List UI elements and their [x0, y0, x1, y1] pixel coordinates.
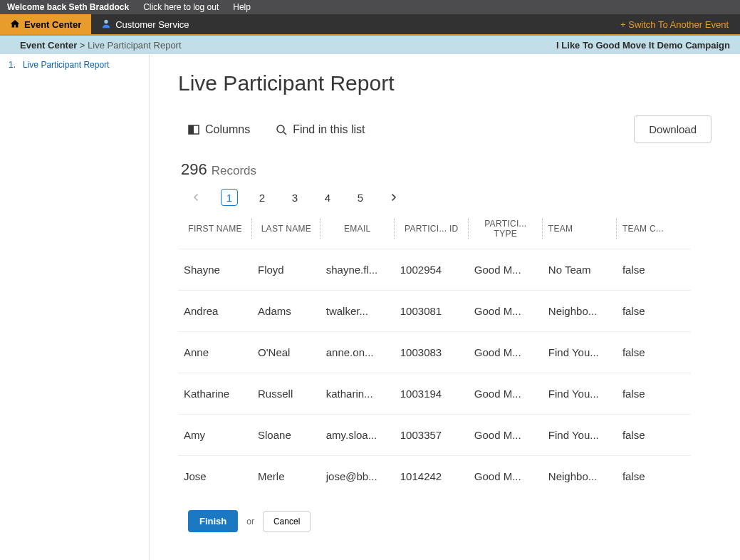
- cell-ptype: Good M...: [469, 332, 543, 373]
- pager-page-2[interactable]: 2: [254, 189, 271, 206]
- top-bar: Welcome back Seth Braddock Click here to…: [0, 0, 740, 14]
- cell-pid: 1014242: [395, 456, 469, 497]
- nav-bar: Event Center Customer Service + Switch T…: [0, 14, 740, 36]
- cell-team: Find You...: [543, 373, 617, 415]
- main-panel: Live Participant Report Columns Find in …: [150, 54, 740, 560]
- participants-table: FIRST NAME LAST NAME EMAIL PARTICI... ID…: [178, 216, 691, 497]
- search-icon: [276, 124, 287, 135]
- cell-team: No Team: [543, 249, 617, 291]
- table-row[interactable]: KatharineRussellkatharin...1003194Good M…: [178, 373, 691, 415]
- cell-team: Find You...: [543, 332, 617, 373]
- cell-pid: 1002954: [395, 249, 469, 291]
- breadcrumb: Event Center > Live Participant Report I…: [0, 36, 740, 54]
- pager: 1 2 3 4 5: [178, 189, 712, 206]
- pager-page-5[interactable]: 5: [352, 189, 369, 206]
- switch-event-label: + Switch To Another Event: [620, 19, 729, 30]
- columns-button[interactable]: Columns: [188, 123, 250, 136]
- cell-last: O'Neal: [252, 332, 321, 373]
- pager-page-3[interactable]: 3: [286, 189, 303, 206]
- columns-label: Columns: [205, 123, 250, 136]
- columns-icon: [188, 124, 199, 135]
- sidebar-item-live-report[interactable]: 1. Live Participant Report: [6, 58, 143, 71]
- cell-last: Sloane: [252, 415, 321, 456]
- col-participant-type[interactable]: PARTICI... TYPE: [469, 216, 543, 249]
- nav-event-center-label: Event Center: [24, 19, 81, 30]
- cancel-button[interactable]: Cancel: [263, 511, 311, 532]
- pager-page-4[interactable]: 4: [319, 189, 336, 206]
- cell-tc: false: [617, 332, 691, 373]
- svg-rect-2: [189, 125, 194, 134]
- cell-ptype: Good M...: [469, 291, 543, 332]
- svg-point-0: [105, 19, 108, 23]
- cell-first: Amy: [178, 415, 252, 456]
- cell-tc: false: [617, 456, 691, 497]
- campaign-name: I Like To Good Move It Demo Campaign: [556, 40, 730, 51]
- find-label: Find in this list: [293, 123, 365, 136]
- cell-tc: false: [617, 249, 691, 291]
- cell-last: Russell: [252, 373, 321, 415]
- cell-email: shayne.fl...: [321, 249, 395, 291]
- user-icon: [101, 19, 111, 31]
- cell-team: Find You...: [543, 415, 617, 456]
- col-email[interactable]: EMAIL: [321, 216, 395, 249]
- sidebar-item-number: 1.: [9, 60, 16, 70]
- col-last-name[interactable]: LAST NAME: [252, 216, 321, 249]
- nav-customer-service[interactable]: Customer Service: [91, 14, 199, 34]
- cell-first: Anne: [178, 332, 252, 373]
- table-row[interactable]: AndreaAdamstwalker...1003081Good M...Nei…: [178, 291, 691, 332]
- crumb-root[interactable]: Event Center: [20, 40, 77, 51]
- col-first-name[interactable]: FIRST NAME: [178, 216, 252, 249]
- records-count: 296: [181, 160, 207, 179]
- switch-event-link[interactable]: + Switch To Another Event: [620, 14, 740, 34]
- col-team-captain[interactable]: TEAM C...: [617, 216, 691, 249]
- cell-pid: 1003194: [395, 373, 469, 415]
- cell-pid: 1003357: [395, 415, 469, 456]
- table-row[interactable]: ShayneFloydshayne.fl...1002954Good M...N…: [178, 249, 691, 291]
- logout-link[interactable]: Click here to log out: [143, 2, 219, 12]
- svg-point-3: [277, 125, 284, 133]
- cell-team: Neighbo...: [543, 456, 617, 497]
- table-row[interactable]: AmySloaneamy.sloa...1003357Good M...Find…: [178, 415, 691, 456]
- cell-email: anne.on...: [321, 332, 395, 373]
- help-link[interactable]: Help: [233, 2, 251, 12]
- table-row[interactable]: JoseMerlejose@bb...1014242Good M...Neigh…: [178, 456, 691, 497]
- pager-next[interactable]: [385, 189, 402, 206]
- pager-prev[interactable]: [188, 189, 205, 206]
- cell-pid: 1003081: [395, 291, 469, 332]
- cell-tc: false: [617, 373, 691, 415]
- col-team[interactable]: TEAM: [543, 216, 617, 249]
- table-row[interactable]: AnneO'Nealanne.on...1003083Good M...Find…: [178, 332, 691, 373]
- cell-email: amy.sloa...: [321, 415, 395, 456]
- cell-team: Neighbo...: [543, 291, 617, 332]
- finish-button[interactable]: Finish: [188, 510, 238, 532]
- svg-line-4: [283, 132, 286, 135]
- nav-customer-service-label: Customer Service: [115, 19, 189, 30]
- cell-email: katharin...: [321, 373, 395, 415]
- find-in-list[interactable]: Find in this list: [276, 123, 365, 136]
- cell-email: twalker...: [321, 291, 395, 332]
- crumb-leaf: Live Participant Report: [88, 40, 182, 51]
- cell-ptype: Good M...: [469, 249, 543, 291]
- welcome-text: Welcome back Seth Braddock: [7, 2, 129, 12]
- col-participant-id[interactable]: PARTICI... ID: [395, 216, 469, 249]
- cell-ptype: Good M...: [469, 456, 543, 497]
- records-label: Records: [212, 164, 256, 178]
- cell-pid: 1003083: [395, 332, 469, 373]
- records-count-row: 296 Records: [178, 160, 712, 179]
- sidebar: 1. Live Participant Report: [0, 54, 150, 560]
- cell-tc: false: [617, 415, 691, 456]
- page-title: Live Participant Report: [178, 71, 712, 95]
- cell-last: Adams: [252, 291, 321, 332]
- cell-email: jose@bb...: [321, 456, 395, 497]
- crumb-sep: >: [80, 40, 85, 51]
- cell-first: Jose: [178, 456, 252, 497]
- cell-last: Floyd: [252, 249, 321, 291]
- cell-first: Shayne: [178, 249, 252, 291]
- cell-first: Katharine: [178, 373, 252, 415]
- nav-event-center[interactable]: Event Center: [0, 14, 91, 34]
- cell-tc: false: [617, 291, 691, 332]
- or-text: or: [246, 517, 254, 527]
- pager-page-1[interactable]: 1: [221, 189, 238, 206]
- download-button[interactable]: Download: [634, 115, 712, 143]
- footer-actions: Finish or Cancel: [178, 497, 712, 554]
